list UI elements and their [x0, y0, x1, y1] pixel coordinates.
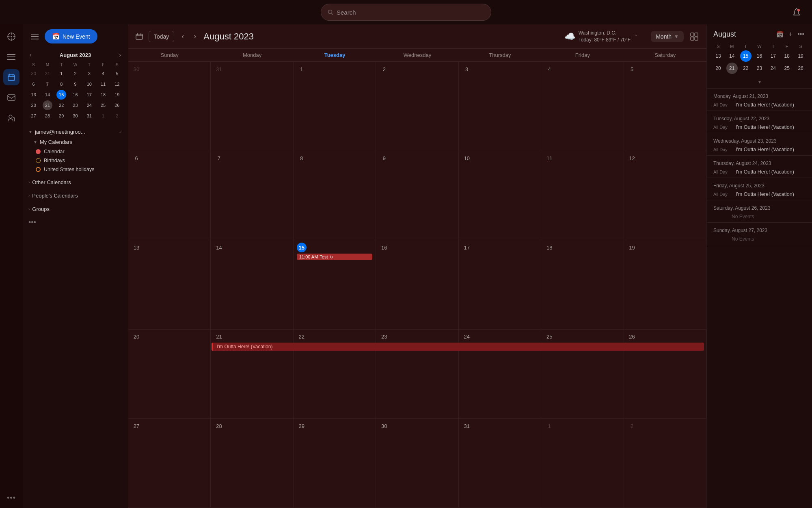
mini-cal-day-22[interactable]: 22	[56, 100, 66, 110]
cal-cell-aug19[interactable]: 19	[624, 240, 706, 329]
mini-cal-day-2[interactable]: 2	[70, 69, 80, 78]
today-button[interactable]: Today	[149, 31, 174, 42]
cal-cell-aug15[interactable]: 15 11:00 AM Test ↻	[294, 240, 376, 329]
calendar-item-us-holidays[interactable]: United States holidays	[27, 165, 124, 174]
mini-cal-day-15[interactable]: 15	[56, 90, 66, 100]
mini-cal-day-9[interactable]: 9	[70, 79, 80, 89]
cal-cell-aug8[interactable]: 8	[294, 151, 376, 240]
sidebar-icon-more[interactable]: •••	[3, 492, 19, 508]
mini-cal-day-5[interactable]: 5	[112, 69, 122, 78]
cal-cell-aug2[interactable]: 2	[376, 62, 458, 151]
prev-month-button[interactable]: ‹	[179, 30, 186, 42]
rp-add-icon[interactable]: +	[788, 29, 794, 39]
rp-mini-cal-day-17[interactable]: 17	[767, 50, 779, 62]
cal-cell-aug14[interactable]: 14	[211, 240, 293, 329]
cal-cell-aug6[interactable]: 6	[128, 151, 211, 240]
rp-mini-cal-day-23[interactable]: 23	[754, 63, 765, 74]
new-event-button[interactable]: 📅 New Event	[45, 29, 97, 43]
rp-mini-cal-day-21[interactable]: 21	[726, 63, 738, 74]
mini-cal-day-19[interactable]: 19	[112, 90, 122, 100]
calendar-item-birthdays[interactable]: Birthdays	[27, 156, 124, 165]
rp-mini-cal-day-13[interactable]: 13	[713, 50, 724, 62]
vacation-event[interactable]: I'm Outta Here! (Vacation)	[212, 343, 704, 351]
mini-cal-day-12[interactable]: 12	[112, 79, 122, 89]
mini-cal-day-3[interactable]: 3	[84, 69, 94, 78]
mini-cal-day-30[interactable]: 30	[29, 69, 39, 78]
rp-event-row[interactable]: All DayI'm Outta Here! (Vacation)	[707, 168, 812, 176]
cal-cell-aug31[interactable]: 31	[459, 419, 541, 508]
cal-cell-aug29[interactable]: 29	[294, 419, 376, 508]
my-calendars-header[interactable]: ▼ My Calendars	[27, 137, 124, 147]
sidebar-more[interactable]: •••	[23, 216, 128, 229]
mini-cal-day-23[interactable]: 23	[70, 100, 80, 110]
rp-expand-button[interactable]: ▾	[707, 78, 812, 87]
hamburger-button[interactable]	[28, 30, 41, 43]
cal-cell-aug18[interactable]: 18	[541, 240, 624, 329]
mini-cal-day-11[interactable]: 11	[98, 79, 108, 89]
mini-cal-day-10[interactable]: 10	[84, 79, 94, 89]
mini-cal-day-17[interactable]: 17	[84, 90, 94, 100]
sidebar-icon-mail[interactable]	[3, 89, 19, 106]
rp-mini-cal-day-14[interactable]: 14	[726, 50, 738, 62]
rp-mini-cal-day-26[interactable]: 26	[795, 63, 806, 74]
rp-mini-cal-day-19[interactable]: 19	[795, 50, 806, 62]
rp-mini-cal-day-20[interactable]: 20	[713, 63, 724, 74]
sidebar-icon-calendar[interactable]	[3, 69, 19, 85]
mini-cal-day-1[interactable]: 1	[98, 111, 108, 121]
cal-cell-aug7[interactable]: 7	[211, 151, 293, 240]
mini-cal-day-21[interactable]: 21	[43, 100, 52, 110]
calendar-item-calendar[interactable]: Calendar	[27, 147, 124, 156]
mini-cal-day-27[interactable]: 27	[29, 111, 39, 121]
sidebar-icon-hamburger[interactable]	[3, 49, 19, 65]
mini-cal-day-18[interactable]: 18	[98, 90, 108, 100]
cal-cell-jul30[interactable]: 30	[128, 62, 211, 151]
cal-cell-aug30[interactable]: 30	[376, 419, 458, 508]
mini-cal-day-13[interactable]: 13	[29, 90, 39, 100]
mini-cal-day-24[interactable]: 24	[84, 100, 94, 110]
rp-event-row[interactable]: All DayI'm Outta Here! (Vacation)	[707, 123, 812, 131]
cal-cell-aug16[interactable]: 16	[376, 240, 458, 329]
rp-mini-cal-day-15[interactable]: 15	[740, 50, 752, 62]
rp-event-row[interactable]: All DayI'm Outta Here! (Vacation)	[707, 190, 812, 198]
mini-cal-day-1[interactable]: 1	[56, 69, 66, 78]
cal-cell-aug12[interactable]: 12	[624, 151, 706, 240]
cal-cell-aug13[interactable]: 13	[128, 240, 211, 329]
notification-icon[interactable]	[789, 5, 804, 20]
mini-cal-day-7[interactable]: 7	[43, 79, 52, 89]
cal-cell-aug3[interactable]: 3	[459, 62, 541, 151]
mini-cal-day-8[interactable]: 8	[56, 79, 66, 89]
mini-cal-day-31[interactable]: 31	[84, 111, 94, 121]
sidebar-icon-apps[interactable]	[3, 28, 19, 45]
mini-cal-day-16[interactable]: 16	[70, 90, 80, 100]
cal-cell-aug9[interactable]: 9	[376, 151, 458, 240]
cal-cell-aug1[interactable]: 1	[294, 62, 376, 151]
calendar-grid-icon[interactable]	[135, 32, 144, 41]
cal-cell-sep1[interactable]: 1	[541, 419, 624, 508]
rp-event-row[interactable]: All DayI'm Outta Here! (Vacation)	[707, 101, 812, 109]
rp-mini-cal-day-16[interactable]: 16	[754, 50, 765, 62]
cal-cell-jul31[interactable]: 31	[211, 62, 293, 151]
rp-mini-cal-day-24[interactable]: 24	[767, 63, 779, 74]
rp-more-icon[interactable]: •••	[796, 29, 806, 39]
search-bar[interactable]: Search	[321, 4, 491, 21]
cal-cell-aug28[interactable]: 28	[211, 419, 293, 508]
layout-toggle-button[interactable]	[689, 31, 700, 42]
cal-cell-aug5[interactable]: 5	[624, 62, 706, 151]
rp-mini-cal-day-18[interactable]: 18	[781, 50, 793, 62]
rp-mini-cal-day-22[interactable]: 22	[740, 63, 752, 74]
rp-calendar-icon[interactable]: 📅	[775, 29, 785, 39]
test-event[interactable]: 11:00 AM Test ↻	[297, 254, 372, 260]
mini-cal-next[interactable]: ›	[117, 51, 123, 59]
mini-cal-day-2[interactable]: 2	[112, 111, 122, 121]
cal-cell-aug4[interactable]: 4	[541, 62, 624, 151]
cal-cell-aug11[interactable]: 11	[541, 151, 624, 240]
sidebar-icon-people[interactable]	[3, 110, 19, 126]
account-header[interactable]: ▼ james@meetingroo... ✓	[27, 127, 124, 137]
mini-cal-day-29[interactable]: 29	[56, 111, 66, 121]
cal-cell-aug17[interactable]: 17	[459, 240, 541, 329]
mini-cal-day-20[interactable]: 20	[29, 100, 39, 110]
mini-cal-day-31[interactable]: 31	[43, 69, 52, 78]
cal-cell-aug27[interactable]: 27	[128, 419, 211, 508]
peoples-calendars-header[interactable]: › People's Calendars	[27, 191, 124, 201]
rp-event-row[interactable]: All DayI'm Outta Here! (Vacation)	[707, 145, 812, 154]
